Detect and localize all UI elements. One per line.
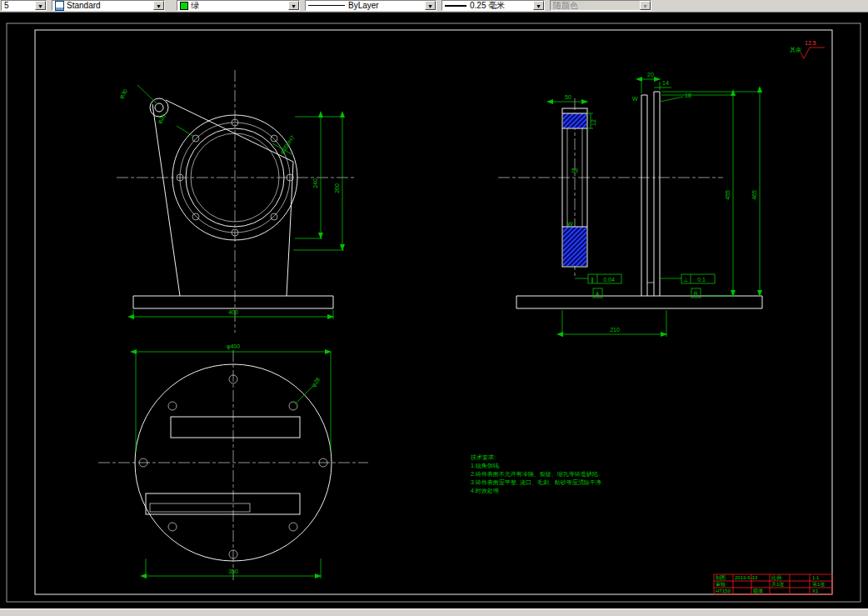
chevron-down-icon[interactable]: ▼ bbox=[288, 1, 299, 10]
linetype-preview-icon bbox=[308, 5, 345, 6]
chevron-down-icon[interactable]: ▼ bbox=[533, 1, 544, 10]
datum-left: A bbox=[596, 291, 600, 297]
style-combo-value: Standard bbox=[67, 1, 101, 10]
model-space[interactable]: φ30 φ20 φ200H7 240 260 400 bbox=[0, 12, 868, 609]
linetype-combo-value: ByLayer bbox=[348, 1, 379, 10]
tolerance-value-right: 0.1 bbox=[697, 277, 706, 283]
dim-h2: 465 bbox=[751, 190, 757, 200]
dim-plate-dia: φ400 bbox=[227, 343, 240, 350]
tolerance-value-left: 0.04 bbox=[603, 277, 615, 283]
lineweight-combo-value: 0.25 毫米 bbox=[470, 0, 505, 12]
side-view-dimensions: 50 12 59 W 20 14 18 W 455 465 bbox=[552, 72, 762, 337]
tb-drawn-label: 制图 bbox=[716, 575, 726, 581]
tb-part-name: 箱体 bbox=[753, 588, 763, 593]
bottom-view: φ400 350 φ28 bbox=[98, 343, 368, 580]
tb-material: HT150 bbox=[716, 588, 731, 593]
dim-f: 18 bbox=[685, 93, 691, 98]
drawing-canvas[interactable]: φ30 φ20 φ200H7 240 260 400 bbox=[0, 12, 868, 609]
dim-h1: 455 bbox=[725, 190, 731, 200]
dim-base: 210 bbox=[610, 327, 620, 333]
dim-a: 50 bbox=[565, 94, 571, 100]
side-view: 50 12 59 W 20 14 18 W 455 465 bbox=[498, 72, 762, 337]
note-line: 3.铸件表面应平整, 浇口、毛刺、粘砂等应清除干净. bbox=[471, 478, 603, 486]
note-line: 1.锐角倒钝. bbox=[471, 463, 501, 469]
weld-symbol-right: W bbox=[632, 96, 638, 102]
dim-lug-dia: φ30 bbox=[118, 88, 130, 100]
dim-hole-dia: φ28 bbox=[311, 376, 322, 388]
dim-base-width: 400 bbox=[228, 309, 238, 315]
dim-d: 20 bbox=[647, 72, 654, 78]
tb-drawing-no: X1 bbox=[812, 588, 819, 593]
tb-date: 2013-6-13 bbox=[735, 575, 758, 580]
dim-b: 12 bbox=[591, 119, 596, 126]
tb-scale-value: 1:1 bbox=[812, 575, 820, 580]
tolerance-symbol-left: ∥ bbox=[591, 277, 594, 283]
style-icon bbox=[55, 1, 64, 11]
plotstyle-combo: 随颜色 ▼ bbox=[550, 0, 651, 11]
lineweight-preview-icon bbox=[445, 5, 466, 7]
datum-right: B bbox=[694, 291, 698, 297]
tb-sheets: 共1张 bbox=[771, 582, 784, 588]
dim-e: 14 bbox=[662, 80, 669, 86]
weld-symbol-left: W bbox=[567, 221, 573, 227]
dim-hole-dia: φ20 bbox=[157, 113, 168, 125]
dim-v2: 260 bbox=[334, 183, 340, 193]
chevron-down-icon: ▼ bbox=[640, 1, 651, 10]
properties-toolbar: 5 ▼ Standard ▼ 绿 ▼ ByLayer ▼ 0.25 毫米 ▼ 随… bbox=[0, 0, 868, 13]
technical-notes: 技术要求: 1.锐角倒钝. 2.铸件表面不允许有冷隔、裂纹、缩孔等铸造缺陷. 3… bbox=[470, 454, 603, 494]
chevron-down-icon[interactable]: ▼ bbox=[35, 1, 46, 10]
style-combo[interactable]: Standard ▼ bbox=[52, 0, 165, 11]
tb-checked-label: 审核 bbox=[716, 581, 726, 587]
surface-roughness: 其余 12.5 bbox=[790, 40, 825, 58]
lineweight-combo[interactable]: 0.25 毫米 ▼ bbox=[441, 0, 545, 11]
dim-c: 59 bbox=[571, 168, 578, 173]
tolerance-symbol-right: ⊥ bbox=[683, 277, 688, 283]
tolerance-frames: ∥ 0.04 A ⊥ 0.1 B bbox=[575, 274, 715, 298]
chevron-down-icon[interactable]: ▼ bbox=[425, 1, 436, 10]
roughness-check-icon bbox=[801, 48, 825, 58]
dim-slot-width: 350 bbox=[228, 568, 238, 574]
title-block: 制图 2013-6-13 比例 1:1 审核 共1张 第1张 HT150 箱体 … bbox=[714, 574, 832, 594]
color-combo-value: 绿 bbox=[191, 0, 199, 12]
tb-sheet-no: 第1张 bbox=[812, 582, 825, 588]
sheet-border bbox=[7, 23, 861, 602]
plotstyle-combo-value: 随颜色 bbox=[553, 0, 578, 12]
color-combo[interactable]: 绿 ▼ bbox=[177, 0, 300, 11]
chevron-down-icon[interactable]: ▼ bbox=[153, 1, 164, 10]
tb-scale-label: 比例 bbox=[771, 575, 781, 581]
note-line: 4.时效处理. bbox=[471, 488, 501, 494]
left-combo[interactable]: 5 ▼ bbox=[1, 0, 47, 11]
left-combo-value: 5 bbox=[4, 1, 9, 10]
roughness-value: 12.5 bbox=[805, 40, 816, 46]
linetype-combo[interactable]: ByLayer ▼ bbox=[305, 0, 436, 11]
dim-v1: 240 bbox=[312, 178, 318, 188]
notes-title: 技术要求: bbox=[470, 454, 496, 461]
front-view: φ30 φ20 φ200H7 240 260 400 bbox=[117, 70, 354, 333]
note-line: 2.铸件表面不允许有冷隔、裂纹、缩孔等铸造缺陷. bbox=[471, 471, 600, 478]
color-swatch-icon bbox=[180, 2, 188, 10]
front-view-dimensions: φ30 φ20 φ200H7 240 260 400 bbox=[118, 85, 344, 319]
bottom-scroll-strip[interactable] bbox=[0, 608, 868, 616]
roughness-prefix: 其余 bbox=[790, 47, 801, 53]
